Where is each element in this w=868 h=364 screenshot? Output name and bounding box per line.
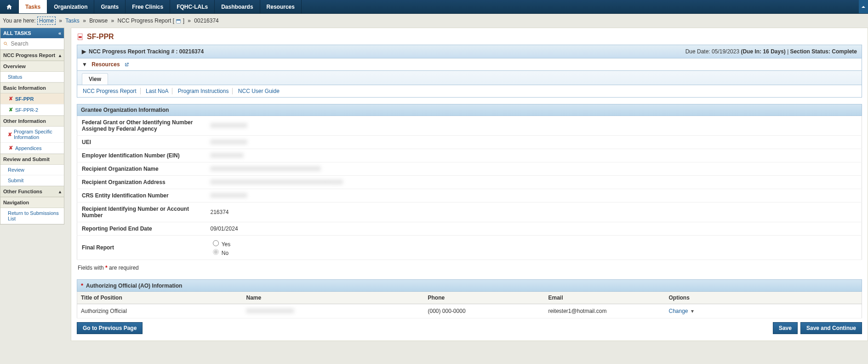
ao-col-phone: Phone: [424, 292, 545, 304]
ao-col-options: Options: [665, 292, 862, 304]
nav-dashboards[interactable]: Dashboards: [215, 0, 260, 13]
main-content: SF-PPR ▶ NCC Progress Report Tracking # …: [71, 28, 868, 341]
top-navbar: Tasks Organization Grants Free Clinics F…: [0, 0, 868, 14]
sidebar-appendices-label: Appendices: [15, 145, 42, 151]
field-value: Yes No: [206, 236, 862, 260]
due-date-label: Due Date:: [685, 48, 710, 55]
section-status: Complete: [832, 48, 857, 55]
sidebar-sfppr2[interactable]: ✘ SF-PPR-2: [0, 104, 64, 116]
ao-change-link[interactable]: Change ▾: [669, 308, 694, 314]
table-row: Federal Grant or Other Identifying Numbe…: [77, 116, 862, 136]
field-label: Employer Identification Number (EIN): [77, 149, 206, 162]
home-icon: [6, 4, 13, 10]
save-continue-button[interactable]: Save and Continue: [800, 322, 862, 334]
link-last-noa[interactable]: Last NoA: [142, 88, 172, 94]
field-value: XXXXXXXXXXXXXXXXXXXXXXXXXXXXXXXXXXXX: [206, 176, 862, 189]
ao-options: Change ▾: [665, 304, 862, 318]
field-value: XXXXXXXXXX: [206, 116, 862, 136]
x-icon: ✘: [8, 107, 13, 113]
sidebar-all-tasks[interactable]: ALL TASKS «: [0, 28, 64, 38]
sidebar-review[interactable]: Review: [0, 165, 64, 175]
sidebar-sfppr-label: SF-PPR: [15, 96, 34, 102]
sidebar-search[interactable]: [0, 38, 64, 50]
breadcrumb-tasks[interactable]: Tasks: [65, 17, 80, 24]
table-row: Employer Identification Number (EIN) XXX…: [77, 149, 862, 162]
ao-col-name: Name: [243, 292, 424, 304]
resources-label: Resources: [91, 61, 120, 68]
link-user-guide[interactable]: NCC User Guide: [234, 88, 283, 94]
sidebar-navigation: Navigation: [0, 197, 64, 208]
chevron-down-icon[interactable]: ▼: [82, 61, 87, 68]
table-row: Recipient Organization Address XXXXXXXXX…: [77, 176, 862, 189]
table-row: Recipient Identifying Number or Account …: [77, 202, 862, 222]
table-row: CRS Entity Identification Number XXXXXXX…: [77, 189, 862, 202]
nav-resources[interactable]: Resources: [260, 0, 302, 13]
field-label: Federal Grant or Other Identifying Numbe…: [77, 116, 206, 136]
sidebar-ncc-progress[interactable]: NCC Progress Report: [0, 50, 64, 61]
sidebar-appendices[interactable]: ✘ Appendices: [0, 143, 64, 154]
due-date: 05/19/2023: [712, 48, 739, 55]
sidebar-other-info: Other Information: [0, 116, 64, 127]
page-title: SF-PPR: [77, 33, 862, 41]
sidebar-program-specific[interactable]: ✘ Program Specific Information: [0, 127, 64, 143]
nav-fqhc-lals[interactable]: FQHC-LALs: [170, 0, 215, 13]
nav-grants[interactable]: Grants: [94, 0, 126, 13]
radio-yes-input[interactable]: [213, 240, 219, 246]
field-value: XXXXXXXXX: [206, 149, 862, 162]
prev-page-button[interactable]: Go to Previous Page: [77, 322, 143, 334]
sidebar-other-functions-label: Other Functions: [3, 189, 42, 194]
sidebar-basic-info: Basic Information: [0, 82, 64, 93]
field-value: XXXXXXXXXX: [206, 189, 862, 202]
tracking-text: NCC Progress Report Tracking # : 0021637…: [89, 48, 204, 55]
table-row: UEI XXXXXXXXXX: [77, 136, 862, 149]
button-row: Go to Previous Page Save Save and Contin…: [77, 322, 862, 334]
sidebar-submit[interactable]: Submit: [0, 175, 64, 186]
link-program-instructions[interactable]: Program Instructions: [174, 88, 233, 94]
chevron-right-icon[interactable]: ▶: [82, 48, 86, 55]
chevron-up-icon: [861, 5, 866, 9]
field-label: Recipient Organization Address: [77, 176, 206, 189]
resources-links: NCC Progress Report Last NoA Program Ins…: [77, 85, 862, 98]
collapse-icon[interactable]: «: [58, 30, 61, 36]
sidebar-overview: Overview: [0, 61, 64, 72]
ao-email: reitester1@hotmail.com: [545, 304, 665, 318]
required-note: Fields with * are required: [77, 260, 862, 273]
link-ncc-report[interactable]: NCC Progress Report: [83, 88, 141, 94]
tabs: View: [77, 71, 862, 85]
tracking-bar: ▶ NCC Progress Report Tracking # : 00216…: [77, 45, 862, 58]
search-icon: [3, 41, 8, 46]
nav-tasks[interactable]: Tasks: [19, 0, 47, 13]
sidebar-sfppr[interactable]: ✘ SF-PPR: [0, 93, 64, 104]
nav-organization[interactable]: Organization: [47, 0, 94, 13]
navbar-expand[interactable]: [859, 0, 868, 13]
pdf-icon: [77, 33, 84, 40]
sidebar-return-submissions[interactable]: Return to Submissions List: [0, 208, 64, 224]
grantee-form-table: Federal Grant or Other Identifying Numbe…: [77, 116, 862, 260]
field-value: 09/01/2024: [206, 222, 862, 236]
field-value: XXXXXXXXXXXXXXXXXXXXXXXXXXXXXX: [206, 162, 862, 176]
ao-col-email: Email: [545, 292, 665, 304]
tab-view[interactable]: View: [82, 73, 108, 85]
sidebar-other-functions[interactable]: Other Functions: [0, 186, 64, 197]
breadcrumb-home[interactable]: Home: [37, 17, 56, 25]
breadcrumb: You are here: Home » Tasks » Browse » NC…: [0, 14, 868, 28]
chevron-down-icon: ▾: [690, 308, 694, 314]
sidebar-program-specific-label: Program Specific Information: [14, 129, 61, 140]
sidebar-status[interactable]: Status: [0, 72, 64, 82]
field-label: Recipient Organization Name: [77, 162, 206, 176]
external-link-icon[interactable]: [124, 61, 129, 68]
nav-free-clinics[interactable]: Free Clinics: [126, 0, 170, 13]
nav-home[interactable]: [0, 0, 19, 13]
search-input[interactable]: [10, 40, 61, 47]
ao-col-title: Title of Position: [77, 292, 243, 304]
due-in: (Due In: 16 Days): [741, 48, 785, 55]
breadcrumb-browse: Browse: [89, 17, 108, 24]
resources-bar: ▼ Resources: [77, 58, 862, 71]
grantee-section-header: Grantee Organization Information: [77, 104, 862, 116]
save-button[interactable]: Save: [773, 322, 798, 334]
field-label: Recipient Identifying Number or Account …: [77, 202, 206, 222]
breadcrumb-id: 00216374: [194, 17, 218, 24]
radio-no-input: [213, 249, 219, 255]
radio-yes[interactable]: Yes: [211, 241, 231, 248]
field-label: Final Report: [77, 236, 206, 260]
